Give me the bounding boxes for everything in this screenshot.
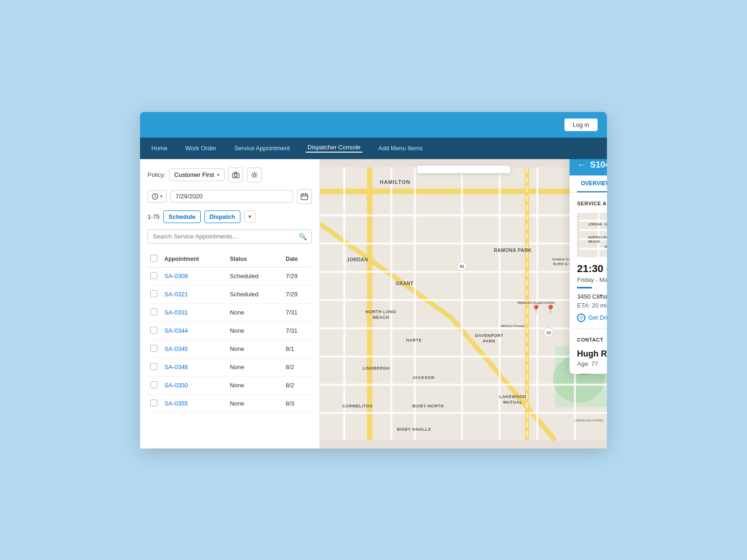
svg-text:BIXBY NORTH: BIXBY NORTH [412, 403, 444, 408]
table-row[interactable]: SA-0321 Scheduled 7/29 [148, 285, 312, 303]
appointment-status: None [227, 322, 283, 340]
detail-card: ← S10432 OVERVIEW DETAILS RELATED FEED S… [570, 159, 607, 374]
row-checkbox[interactable] [150, 363, 157, 370]
row-checkbox[interactable] [150, 308, 157, 315]
svg-point-1 [234, 174, 237, 177]
camera-icon-button[interactable] [228, 168, 243, 182]
appointment-id[interactable]: SA-0350 [162, 376, 227, 394]
search-row[interactable]: 🔍 [148, 230, 312, 244]
svg-rect-15 [320, 299, 607, 301]
browser-window: Log in Home Work Order Service Appointme… [140, 112, 607, 448]
appointment-eta: ETA: 20 min [577, 302, 607, 309]
appointment-status: None [227, 376, 283, 394]
select-all-checkbox[interactable] [150, 255, 157, 262]
login-button[interactable]: Log in [564, 119, 598, 131]
svg-rect-17 [320, 355, 607, 357]
appointment-id[interactable]: SA-0331 [162, 303, 227, 322]
table-row[interactable]: SA-0309 Scheduled 7/29 [148, 267, 312, 285]
back-arrow-icon[interactable]: ← [577, 160, 585, 170]
driving-instructions-text: Get Driving Instructions [588, 314, 607, 321]
contact-age: Age: 77 [577, 360, 607, 367]
table-row[interactable]: SA-0344 None 7/31 [148, 322, 312, 340]
row-checkbox[interactable] [150, 399, 157, 406]
appointment-date: 7/29 [283, 267, 312, 285]
appointment-id[interactable]: SA-0321 [162, 285, 227, 303]
svg-rect-61 [579, 248, 607, 250]
table-row[interactable]: SA-0345 None 8/1 [148, 340, 312, 358]
table-row[interactable]: SA-0331 None 7/31 [148, 303, 312, 322]
section-header: SERVICE APPOINTMENT ⋮ [577, 199, 607, 208]
appointment-id[interactable]: SA-0348 [162, 358, 227, 376]
svg-rect-9 [367, 167, 373, 440]
svg-text:GRANT: GRANT [395, 280, 414, 286]
svg-rect-62 [598, 213, 599, 257]
nav-home[interactable]: Home [149, 145, 169, 152]
row-checkbox[interactable] [150, 327, 157, 334]
svg-text:91: 91 [459, 264, 464, 269]
actions-dropdown-button[interactable]: ▾ [244, 210, 255, 223]
detail-tabs: OVERVIEW DETAILS RELATED FEED [570, 175, 607, 193]
driving-instructions-link[interactable]: ⊙ Get Driving Instructions [577, 314, 607, 322]
col-status: Status [227, 251, 283, 267]
nav-add-menu-items[interactable]: Add Menu Items [376, 145, 424, 152]
svg-text:LINDBERGH: LINDBERGH [363, 366, 390, 371]
policy-value: Customer First [174, 171, 214, 178]
svg-text:GRANT: GRANT [605, 223, 607, 226]
driving-icon: ⊙ [577, 314, 585, 322]
svg-rect-19 [320, 412, 607, 413]
appointment-address: 3450 Cliffside Dr., Long Beach, CA 90712 [577, 293, 607, 300]
nav-work-order[interactable]: Work Order [183, 145, 218, 152]
col-date: Date [283, 251, 312, 267]
map-background: HAMILTON RAMONA PARK JORDAN GRANT NORTH … [320, 159, 607, 448]
svg-rect-13 [320, 242, 607, 244]
svg-text:CARMELITOS: CARMELITOS [342, 403, 373, 408]
appointment-date: 7/31 [283, 322, 312, 340]
table-row[interactable]: SA-0355 None 8/3 [148, 394, 312, 413]
search-input[interactable] [153, 233, 299, 240]
svg-text:Walmart Supercenter: Walmart Supercenter [517, 301, 556, 305]
appointment-status: None [227, 394, 283, 413]
svg-text:NORTH LONG: NORTH LONG [366, 309, 396, 314]
appointment-id[interactable]: SA-0345 [162, 340, 227, 358]
appointment-status: None [227, 303, 283, 322]
row-checkbox[interactable] [150, 272, 157, 279]
svg-rect-12 [320, 214, 607, 216]
nav-service-appointment[interactable]: Service Appointment [233, 145, 292, 152]
schedule-button[interactable]: Schedule [163, 210, 201, 223]
row-checkbox[interactable] [150, 290, 157, 297]
nav-dispatcher-console[interactable]: Dispatcher Console [306, 144, 362, 153]
blue-divider [577, 287, 592, 288]
calendar-icon-button[interactable] [297, 189, 312, 204]
row-checkbox[interactable] [150, 345, 157, 352]
main-content: Policy: Customer First ▾ [140, 159, 607, 448]
appointment-date: 7/29 [283, 285, 312, 303]
browser-top-bar: Log in [140, 112, 607, 138]
table-row[interactable]: SA-0350 None 8/2 [148, 376, 312, 394]
settings-icon-button[interactable] [247, 168, 262, 182]
policy-dropdown[interactable]: Customer First ▾ [169, 168, 224, 181]
date-input[interactable] [170, 190, 293, 203]
svg-rect-21 [390, 167, 392, 440]
dispatch-button[interactable]: Dispatch [204, 210, 240, 223]
svg-rect-4 [301, 194, 308, 200]
policy-row: Policy: Customer First ▾ [148, 168, 312, 182]
svg-text:PARK: PARK [483, 338, 495, 343]
tab-overview[interactable]: OVERVIEW [577, 175, 607, 192]
svg-rect-14 [320, 271, 607, 273]
clock-button[interactable]: ▾ [148, 190, 167, 203]
table-row[interactable]: SA-0348 None 8/2 [148, 358, 312, 376]
appointment-id[interactable]: SA-0355 [162, 394, 227, 413]
svg-text:NORTH LONG: NORTH LONG [588, 236, 607, 239]
row-checkbox[interactable] [150, 381, 157, 388]
svg-rect-20 [343, 167, 345, 440]
svg-rect-22 [414, 167, 416, 440]
svg-text:📍: 📍 [531, 304, 542, 315]
appointment-id[interactable]: SA-0344 [162, 322, 227, 340]
appointment-id[interactable]: SA-0309 [162, 267, 227, 285]
appointment-date: 8/2 [283, 376, 312, 394]
svg-text:HAMILTON: HAMILTON [380, 179, 411, 184]
contact-section: CONTACT ⋮ Hugh Roberts Age: 77 [570, 329, 607, 374]
svg-rect-57 [579, 213, 607, 257]
actions-row: 1-75 Schedule Dispatch ▾ [148, 210, 312, 223]
map-search-box[interactable] [417, 166, 510, 173]
